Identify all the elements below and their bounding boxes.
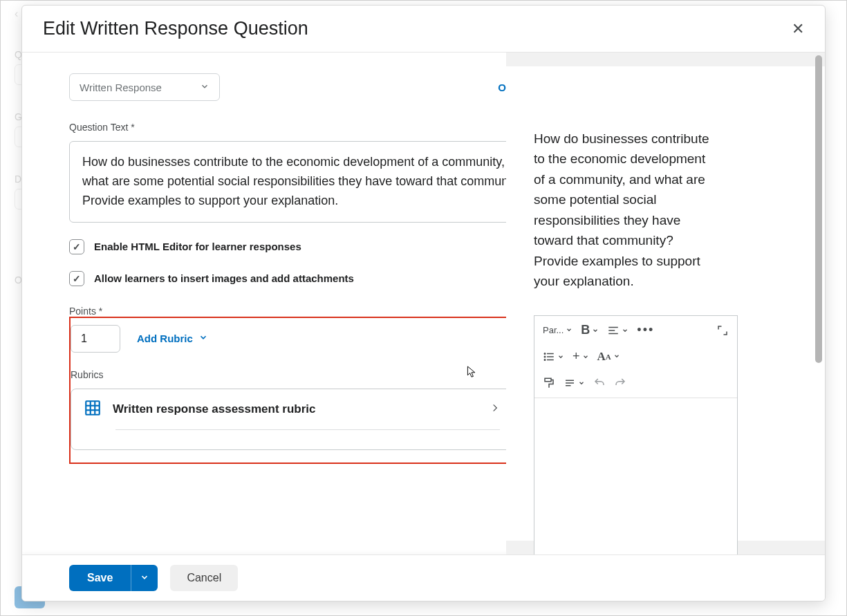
add-rubric-label: Add Rubric bbox=[137, 333, 193, 344]
modal-footer: Save Cancel bbox=[22, 554, 825, 601]
cancel-button[interactable]: Cancel bbox=[170, 565, 238, 591]
preview-panel: How do businesses contribute to the econ… bbox=[506, 53, 825, 554]
fullscreen-icon[interactable] bbox=[714, 320, 732, 341]
preview-scrollbar[interactable] bbox=[815, 55, 822, 552]
edit-question-modal: Edit Written Response Question ✕ Written… bbox=[21, 5, 826, 601]
font-size-button[interactable]: AA bbox=[595, 346, 623, 367]
paragraph-style-dropdown[interactable]: Par... bbox=[540, 320, 575, 341]
equation-icon[interactable] bbox=[561, 373, 588, 393]
enable-html-checkbox[interactable] bbox=[69, 239, 84, 254]
allow-images-label: Allow learners to insert images and add … bbox=[94, 272, 354, 284]
question-type-select[interactable]: Written Response bbox=[69, 73, 220, 101]
question-type-value: Written Response bbox=[80, 82, 162, 93]
rubric-grid-icon bbox=[84, 399, 102, 420]
rubric-title: Written response assessment rubric bbox=[113, 402, 479, 416]
align-button[interactable] bbox=[604, 320, 631, 341]
rubrics-label: Rubrics bbox=[71, 369, 506, 380]
svg-point-11 bbox=[544, 353, 546, 354]
save-dropdown-button[interactable] bbox=[131, 565, 158, 591]
chevron-down-icon bbox=[564, 325, 573, 335]
insert-button[interactable]: + bbox=[570, 346, 592, 367]
close-icon[interactable]: ✕ bbox=[792, 20, 804, 38]
enable-html-label: Enable HTML Editor for learner responses bbox=[94, 241, 301, 252]
svg-point-12 bbox=[544, 356, 546, 357]
points-rubric-highlight: Add Rubric Rubrics bbox=[69, 317, 506, 464]
modal-title: Edit Written Response Question bbox=[43, 18, 308, 39]
more-actions-icon[interactable]: ••• bbox=[634, 320, 657, 341]
editor-toolbar: Par... B ••• bbox=[534, 316, 737, 398]
options-label: Options bbox=[498, 82, 506, 93]
chevron-down-icon bbox=[140, 572, 149, 584]
chevron-down-icon bbox=[198, 333, 208, 344]
add-rubric-dropdown[interactable]: Add Rubric bbox=[137, 333, 208, 344]
question-text-input[interactable]: How do businesses contribute to the econ… bbox=[69, 141, 506, 223]
editor-body[interactable] bbox=[534, 398, 737, 555]
svg-rect-0 bbox=[86, 401, 100, 415]
chevron-down-icon bbox=[580, 349, 589, 364]
chevron-down-icon bbox=[200, 82, 210, 93]
preview-question-text: How do businesses contribute to the econ… bbox=[506, 66, 717, 306]
question-text-label: Question Text * bbox=[69, 122, 506, 133]
format-painter-icon[interactable] bbox=[540, 373, 558, 393]
rubric-card[interactable]: Written response assessment rubric ✕ bbox=[71, 389, 506, 450]
save-button[interactable]: Save bbox=[69, 565, 131, 591]
expand-right-icon[interactable] bbox=[490, 402, 500, 417]
chevron-down-icon bbox=[590, 323, 599, 337]
points-label: Points * bbox=[69, 306, 506, 317]
chevron-down-icon bbox=[576, 377, 585, 389]
svg-rect-14 bbox=[545, 378, 551, 382]
bold-button[interactable]: B bbox=[578, 320, 602, 341]
chevron-down-icon bbox=[611, 351, 620, 362]
allow-images-checkbox[interactable] bbox=[69, 271, 84, 286]
redo-icon[interactable] bbox=[611, 373, 629, 393]
preview-editor[interactable]: Par... B ••• bbox=[534, 315, 738, 555]
modal-header: Edit Written Response Question ✕ bbox=[22, 6, 825, 53]
chevron-down-icon bbox=[620, 325, 629, 336]
svg-point-13 bbox=[544, 359, 546, 360]
options-dropdown[interactable]: Options bbox=[498, 82, 506, 93]
list-button[interactable] bbox=[540, 346, 567, 367]
undo-icon[interactable] bbox=[590, 373, 608, 393]
points-input[interactable] bbox=[71, 325, 120, 353]
chevron-down-icon bbox=[555, 351, 564, 362]
